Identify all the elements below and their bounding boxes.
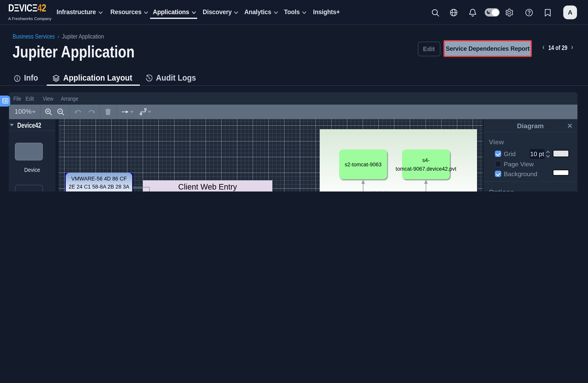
svg-text:2E 24 C1 58-8A 2B 28 3A: 2E 24 C1 58-8A 2B 28 3A <box>68 184 129 190</box>
svg-text:s2-tomcat-9063: s2-tomcat-9063 <box>344 161 381 167</box>
svg-text:s4-: s4- <box>422 157 429 163</box>
svg-text:VMWARE-56 4D 86 CF: VMWARE-56 4D 86 CF <box>71 176 127 181</box>
svg-text:QA Environment: QA Environment <box>371 189 425 191</box>
svg-text:Client Web Entry: Client Web Entry <box>178 182 237 191</box>
svg-text:tomcat-9067.device42.pvt: tomcat-9067.device42.pvt <box>395 166 456 172</box>
